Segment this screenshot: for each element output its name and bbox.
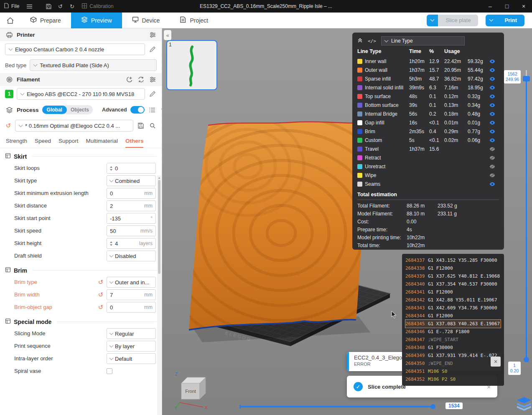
edit-printer-icon[interactable] — [148, 46, 157, 52]
setting-select[interactable]: Default — [107, 353, 156, 364]
gcode-line[interactable]: 2684345G1 X37.083 Y40.263 E.19067 — [405, 320, 501, 328]
scope-global[interactable]: Global — [42, 106, 67, 114]
gcode-line[interactable]: 2684339G1 X37.625 Y40.812 E.19068 — [405, 272, 501, 280]
save-preset-icon[interactable] — [137, 123, 145, 129]
param-tab-support[interactable]: Support — [59, 138, 78, 148]
print-button[interactable]: Print — [486, 15, 524, 26]
gcode-line[interactable]: 2684342G1 X42.88 Y35.011 E.19067 — [405, 296, 501, 304]
printer-preset-select[interactable]: Elegoo Centauri Carbon 2 0.4 nozzle — [5, 43, 145, 55]
setting-input[interactable]: 50mm/s — [107, 225, 156, 236]
printer-settings-icon[interactable] — [148, 32, 157, 38]
tab-project[interactable]: Project — [170, 13, 218, 28]
spinner-arrows[interactable] — [110, 241, 112, 246]
bed-type-select[interactable]: Textured Build Plate (Side A) — [30, 59, 157, 71]
param-tab-speed[interactable]: Speed — [35, 138, 51, 148]
gcode-view-icon[interactable]: </> — [368, 38, 376, 44]
setting-select[interactable]: Disabled — [107, 251, 156, 261]
visibility-on-icon[interactable] — [489, 59, 496, 63]
visibility-on-icon[interactable] — [489, 121, 496, 125]
visibility-on-icon[interactable] — [489, 138, 496, 142]
filament-preset-select[interactable]: Elegoo ABS @ECC2 - 270 110 f0.98 MVS18 — [17, 88, 145, 100]
search-icon[interactable] — [148, 123, 157, 129]
gcode-panel[interactable]: 2684337G1 X43.152 Y35.285 F300002684338G… — [402, 254, 504, 386]
reset-icon[interactable]: ↺ — [97, 278, 104, 286]
gcode-line[interactable]: 2684340G1 X37.354 Y40.537 F30000 — [405, 280, 501, 288]
gcode-line[interactable]: 2684351M106 S0 — [405, 367, 501, 375]
reset-icon[interactable]: ↺ — [97, 304, 104, 311]
scope-objects[interactable]: Objects — [67, 106, 93, 114]
layer-slider-top-handle[interactable] — [523, 76, 530, 81]
sync-filament-icon[interactable] — [137, 76, 145, 83]
slice-plate-button[interactable]: Slice plate — [427, 15, 478, 26]
setting-input[interactable]: 0mm — [107, 302, 156, 313]
setting-select[interactable]: By layer — [107, 341, 156, 352]
visibility-on-icon[interactable] — [489, 112, 496, 116]
setting-input[interactable]: 0mm — [107, 188, 156, 199]
gcode-line[interactable]: 2684346G1 E-.728 F1800 — [405, 328, 501, 336]
plate-thumbnail[interactable]: 1 — [166, 40, 217, 90]
add-filament-icon[interactable] — [125, 76, 133, 83]
setting-input[interactable]: 7mm — [107, 289, 156, 300]
collapse-panel-icon[interactable] — [357, 38, 363, 44]
view-type-select[interactable]: Line Type — [381, 36, 465, 46]
redo-icon[interactable]: ↻ — [66, 0, 78, 13]
visibility-off-icon[interactable] — [489, 147, 496, 151]
gcode-line[interactable]: 2684352M106 P2 S0 — [405, 375, 501, 383]
visibility-on-icon[interactable] — [489, 182, 496, 186]
process-preset-select[interactable]: * 0.16mm Optimal @Elegoo CC2 0.4 ... — [15, 120, 133, 132]
move-slider[interactable] — [239, 404, 436, 410]
close-toast-icon[interactable]: × — [491, 357, 501, 367]
reset-icon[interactable]: ↺ — [97, 291, 104, 299]
scrollbar-thumb[interactable] — [158, 180, 160, 274]
3d-viewport[interactable]: ELEGOO « 1 — [162, 28, 532, 415]
param-tab-multimaterial[interactable]: Multimaterial — [86, 138, 118, 148]
visibility-off-icon[interactable] — [489, 156, 496, 160]
gcode-line[interactable]: 2684347;WIPE_START — [405, 336, 501, 344]
param-tab-strength[interactable]: Strength — [6, 138, 27, 148]
filament-slot-badge[interactable]: 1 — [5, 90, 13, 98]
sidebar-scrollbar[interactable]: ▲ — [157, 175, 161, 415]
param-tab-others[interactable]: Others — [125, 138, 144, 148]
tab-device[interactable]: Device — [122, 13, 170, 28]
gcode-line[interactable]: 2684338G1 F12000 — [405, 264, 501, 272]
visibility-on-icon[interactable] — [489, 129, 496, 134]
setting-input[interactable]: -135° — [107, 213, 156, 224]
setting-input[interactable]: 2mm — [107, 200, 156, 211]
slice-dropdown-icon[interactable] — [427, 15, 438, 26]
setting-select[interactable]: Outer and in... — [107, 277, 156, 288]
setting-select[interactable]: Regular — [107, 328, 156, 339]
move-slider-track[interactable] — [239, 406, 433, 407]
gcode-line[interactable]: 2684337G1 X43.152 Y35.285 F30000 — [405, 256, 501, 264]
setting-spinner[interactable]: 4layers — [107, 238, 156, 249]
setting-spinner[interactable]: 0 — [107, 163, 156, 174]
gcode-line[interactable]: 2684343G1 X42.609 Y34.736 F30000 — [405, 304, 501, 312]
minimize-icon[interactable]: – — [482, 0, 499, 13]
tab-prepare[interactable]: Prepare — [20, 13, 71, 28]
gcode-line[interactable]: 2684341G1 F12000 — [405, 288, 501, 296]
tab-preview[interactable]: Preview — [71, 13, 122, 28]
visibility-on-icon[interactable] — [489, 77, 496, 81]
visibility-off-icon[interactable] — [489, 173, 496, 177]
gcode-line[interactable]: 2684344G1 F12000 — [405, 312, 501, 320]
save-icon[interactable] — [43, 0, 54, 13]
setting-checkbox[interactable] — [107, 368, 112, 374]
spinner-arrows[interactable] — [110, 166, 112, 171]
calibration-button[interactable]: Calibration — [78, 3, 117, 10]
visibility-off-icon[interactable] — [489, 164, 496, 169]
maximize-icon[interactable]: □ — [499, 0, 515, 13]
process-scope-toggle[interactable]: Global Objects — [42, 105, 93, 114]
filament-settings-icon[interactable] — [148, 76, 157, 83]
gcode-line[interactable]: 2684349G1 X37.931 Y39.414 E-.072 — [405, 352, 501, 359]
undo-icon[interactable]: ↺ — [54, 0, 66, 13]
edit-filament-icon[interactable] — [148, 91, 157, 97]
gcode-line[interactable]: 2684348G1 F30000 — [405, 344, 501, 352]
visibility-on-icon[interactable] — [489, 103, 496, 107]
print-dropdown-icon[interactable] — [486, 15, 497, 26]
file-menu[interactable]: File — [0, 0, 23, 13]
sidebar-collapse-handle[interactable]: « — [164, 30, 171, 40]
param-list-icon[interactable] — [148, 107, 156, 113]
orientation-cube[interactable]: Z Front X Y — [174, 371, 210, 412]
menu-icon[interactable] — [23, 0, 35, 13]
visibility-on-icon[interactable] — [489, 94, 496, 99]
gcode-line[interactable]: 2684350;WIPE_END — [405, 359, 501, 367]
